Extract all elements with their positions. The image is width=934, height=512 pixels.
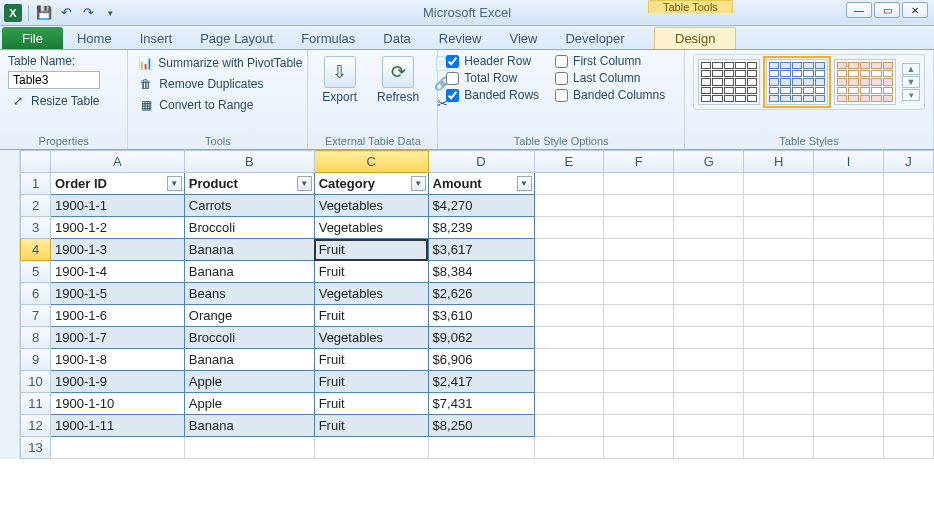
- cell-E11[interactable]: [534, 393, 604, 415]
- cell-G7[interactable]: [674, 305, 744, 327]
- cell-C3[interactable]: Vegetables: [314, 217, 428, 239]
- column-header-C[interactable]: C: [314, 151, 428, 173]
- cell-F13[interactable]: [604, 437, 674, 459]
- cell-I11[interactable]: [814, 393, 884, 415]
- cell-B10[interactable]: Apple: [184, 371, 314, 393]
- table-styles-gallery[interactable]: ▲ ▼ ▾: [693, 54, 925, 110]
- cell-F8[interactable]: [604, 327, 674, 349]
- tab-formulas[interactable]: Formulas: [287, 27, 369, 49]
- cell-D10[interactable]: $2,417: [428, 371, 534, 393]
- cell-H7[interactable]: [744, 305, 814, 327]
- cell-H2[interactable]: [744, 195, 814, 217]
- cell-C12[interactable]: Fruit: [314, 415, 428, 437]
- cell-H8[interactable]: [744, 327, 814, 349]
- cell-G8[interactable]: [674, 327, 744, 349]
- column-header-A[interactable]: A: [50, 151, 184, 173]
- window-restore-button[interactable]: ▭: [874, 2, 900, 18]
- cell-H12[interactable]: [744, 415, 814, 437]
- cell-A6[interactable]: 1900-1-5: [50, 283, 184, 305]
- cell-J11[interactable]: [883, 393, 933, 415]
- cell-C2[interactable]: Vegetables: [314, 195, 428, 217]
- cell-C7[interactable]: Fruit: [314, 305, 428, 327]
- cell-H3[interactable]: [744, 217, 814, 239]
- cell-E10[interactable]: [534, 371, 604, 393]
- styleopt-checkbox[interactable]: [446, 55, 459, 68]
- cell-E4[interactable]: [534, 239, 604, 261]
- cell-G4[interactable]: [674, 239, 744, 261]
- cell-A4[interactable]: 1900-1-3: [50, 239, 184, 261]
- tab-home[interactable]: Home: [63, 27, 126, 49]
- cell-D7[interactable]: $3,610: [428, 305, 534, 327]
- cell-J12[interactable]: [883, 415, 933, 437]
- cell-H11[interactable]: [744, 393, 814, 415]
- cell-H13[interactable]: [744, 437, 814, 459]
- cell-A11[interactable]: 1900-1-10: [50, 393, 184, 415]
- filter-dropdown-icon[interactable]: ▼: [411, 176, 426, 191]
- export-button[interactable]: ⇩ Export: [316, 54, 363, 106]
- cell-E8[interactable]: [534, 327, 604, 349]
- cell-B12[interactable]: Banana: [184, 415, 314, 437]
- styleopt-banded-columns[interactable]: Banded Columns: [555, 88, 665, 102]
- cell-F12[interactable]: [604, 415, 674, 437]
- cell-A8[interactable]: 1900-1-7: [50, 327, 184, 349]
- refresh-button[interactable]: ⟳ Refresh: [371, 54, 425, 106]
- row-header-13[interactable]: 13: [21, 437, 51, 459]
- cell-A13[interactable]: [50, 437, 184, 459]
- cell-E2[interactable]: [534, 195, 604, 217]
- cell-A2[interactable]: 1900-1-1: [50, 195, 184, 217]
- summarize-pivottable-button[interactable]: 📊 Summarize with PivotTable: [136, 54, 299, 72]
- tab-insert[interactable]: Insert: [126, 27, 187, 49]
- styleopt-checkbox[interactable]: [446, 72, 459, 85]
- cell-D13[interactable]: [428, 437, 534, 459]
- window-close-button[interactable]: ✕: [902, 2, 928, 18]
- cell-J7[interactable]: [883, 305, 933, 327]
- tab-file[interactable]: File: [2, 27, 63, 49]
- cell-B1[interactable]: Product▼: [184, 173, 314, 195]
- cell-D3[interactable]: $8,239: [428, 217, 534, 239]
- filter-dropdown-icon[interactable]: ▼: [517, 176, 532, 191]
- column-header-H[interactable]: H: [744, 151, 814, 173]
- tab-view[interactable]: View: [495, 27, 551, 49]
- styleopt-banded-rows[interactable]: Banded Rows: [446, 88, 539, 102]
- cell-F1[interactable]: [604, 173, 674, 195]
- gallery-scroll-up-icon[interactable]: ▲: [902, 63, 920, 75]
- cell-J4[interactable]: [883, 239, 933, 261]
- cell-F6[interactable]: [604, 283, 674, 305]
- row-header-6[interactable]: 6: [21, 283, 51, 305]
- cell-B13[interactable]: [184, 437, 314, 459]
- cell-C10[interactable]: Fruit: [314, 371, 428, 393]
- cell-B9[interactable]: Banana: [184, 349, 314, 371]
- row-header-10[interactable]: 10: [21, 371, 51, 393]
- cell-A5[interactable]: 1900-1-4: [50, 261, 184, 283]
- cell-B11[interactable]: Apple: [184, 393, 314, 415]
- cell-I10[interactable]: [814, 371, 884, 393]
- row-header-3[interactable]: 3: [21, 217, 51, 239]
- cell-D4[interactable]: $3,617: [428, 239, 534, 261]
- cell-H5[interactable]: [744, 261, 814, 283]
- cell-E5[interactable]: [534, 261, 604, 283]
- gallery-scroll-down-icon[interactable]: ▼: [902, 76, 920, 88]
- select-all-corner[interactable]: [21, 151, 51, 173]
- cell-H6[interactable]: [744, 283, 814, 305]
- cell-I13[interactable]: [814, 437, 884, 459]
- cell-J2[interactable]: [883, 195, 933, 217]
- row-header-5[interactable]: 5: [21, 261, 51, 283]
- cell-I12[interactable]: [814, 415, 884, 437]
- cell-C5[interactable]: Fruit: [314, 261, 428, 283]
- cell-I3[interactable]: [814, 217, 884, 239]
- cell-I4[interactable]: [814, 239, 884, 261]
- cell-G1[interactable]: [674, 173, 744, 195]
- cell-A12[interactable]: 1900-1-11: [50, 415, 184, 437]
- cell-C1[interactable]: Category▼: [314, 173, 428, 195]
- cell-F2[interactable]: [604, 195, 674, 217]
- cell-F5[interactable]: [604, 261, 674, 283]
- cell-F3[interactable]: [604, 217, 674, 239]
- tab-design[interactable]: Design: [654, 27, 736, 49]
- styleopt-checkbox[interactable]: [555, 55, 568, 68]
- cell-E6[interactable]: [534, 283, 604, 305]
- cell-F9[interactable]: [604, 349, 674, 371]
- styleopt-first-column[interactable]: First Column: [555, 54, 665, 68]
- cell-G9[interactable]: [674, 349, 744, 371]
- row-header-11[interactable]: 11: [21, 393, 51, 415]
- cell-D12[interactable]: $8,250: [428, 415, 534, 437]
